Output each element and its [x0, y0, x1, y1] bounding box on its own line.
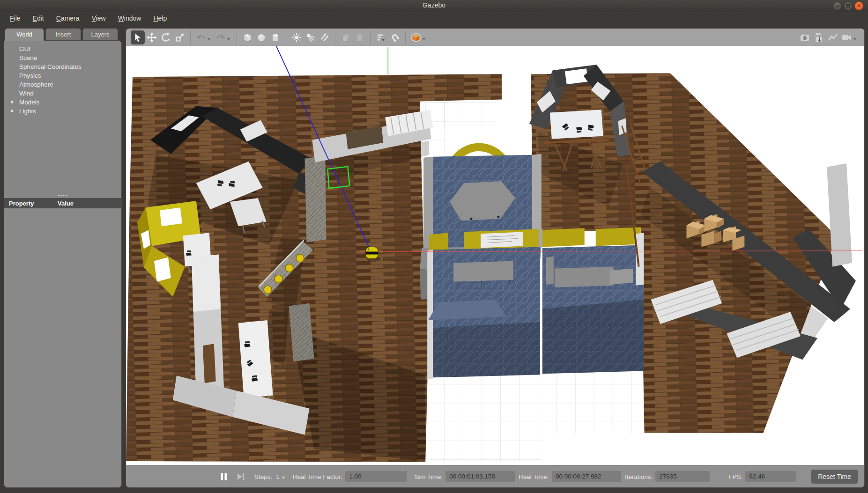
- sim-time-label: Sim Time:: [415, 473, 443, 480]
- copy-icon: [341, 32, 351, 43]
- gazebo-window: { "window": { "title": "Gazebo", "contro…: [0, 0, 868, 493]
- camera-icon: [799, 32, 810, 43]
- minimize-button[interactable]: [833, 1, 842, 10]
- menu-bar: File Edit Camera View Window Help: [0, 12, 868, 24]
- iterations-field[interactable]: 27635: [655, 471, 710, 482]
- steps-label: Steps:: [254, 473, 272, 480]
- svg-text:LOG: LOG: [816, 34, 823, 37]
- side-panel: World Insert Layers GUI Scene Spherical …: [4, 28, 122, 488]
- align-icon: [376, 32, 386, 43]
- screenshot-button[interactable]: [798, 30, 812, 44]
- paste-button[interactable]: [353, 30, 367, 44]
- undo-button[interactable]: [194, 30, 208, 44]
- snap-button[interactable]: [388, 30, 402, 44]
- log-record-button[interactable]: LOG: [812, 30, 826, 44]
- insert-sphere-button[interactable]: [254, 30, 268, 44]
- world-panel: GUI Scene Spherical Coordinates Physics …: [4, 40, 122, 488]
- real-time-field[interactable]: 00 00:00:27.982: [552, 471, 621, 482]
- splitter-handle-icon: [58, 195, 67, 196]
- redo-history-dropdown-icon[interactable]: [227, 38, 230, 40]
- property-table-body[interactable]: [4, 208, 121, 487]
- fps-field[interactable]: 62.46: [745, 471, 796, 482]
- toolbar-separator: [190, 31, 191, 44]
- toolbar-right-group: LOG: [798, 30, 860, 44]
- video-dropdown-icon[interactable]: [853, 38, 857, 40]
- panel-splitter[interactable]: [4, 193, 121, 198]
- title-bar[interactable]: Gazebo ✕: [0, 0, 868, 12]
- toolbar: LOG: [126, 28, 865, 46]
- real-time-factor-label: Real Time Factor:: [293, 473, 343, 480]
- menu-view[interactable]: View: [87, 13, 111, 23]
- select-arrow-icon: [133, 32, 143, 43]
- scene-canvas[interactable]: [126, 46, 864, 465]
- window-controls: ✕: [833, 1, 863, 10]
- view-angle-button[interactable]: [409, 30, 423, 44]
- tab-layers[interactable]: Layers: [82, 28, 118, 41]
- real-time-factor-field[interactable]: 1.00: [345, 471, 407, 482]
- view-angle-cube-icon: [411, 32, 421, 43]
- log-record-icon: LOG: [813, 32, 824, 43]
- lounge-rooms[interactable]: [427, 227, 644, 379]
- point-light-button[interactable]: [289, 30, 304, 44]
- plot-button[interactable]: [826, 30, 840, 44]
- tree-item-gui[interactable]: GUI: [4, 44, 121, 53]
- render-viewport[interactable]: [126, 46, 865, 465]
- maximize-button[interactable]: [844, 1, 853, 10]
- sim-time-field[interactable]: 00 00:01:03.150: [445, 471, 515, 482]
- pause-icon: [220, 472, 228, 481]
- tree-item-physics[interactable]: Physics: [4, 71, 121, 80]
- insert-cylinder-button[interactable]: [268, 30, 282, 44]
- pause-button[interactable]: [218, 471, 230, 483]
- tree-item-atmosphere[interactable]: Atmosphere: [4, 80, 121, 89]
- video-record-button[interactable]: [840, 30, 854, 44]
- steps-dropdown-icon[interactable]: [282, 477, 285, 479]
- world-tree: GUI Scene Spherical Coordinates Physics …: [4, 41, 121, 193]
- redo-icon: [215, 32, 226, 43]
- tree-item-scene[interactable]: Scene: [4, 53, 121, 62]
- menu-help[interactable]: Help: [148, 13, 172, 23]
- select-tool-button[interactable]: [131, 30, 145, 44]
- property-column-header: Property: [4, 200, 56, 207]
- steps-value[interactable]: 1: [276, 473, 280, 480]
- close-button[interactable]: ✕: [854, 1, 863, 10]
- tree-item-models[interactable]: Models: [4, 98, 121, 107]
- table-three-laptops[interactable]: [238, 320, 273, 404]
- expand-arrow-icon[interactable]: [11, 109, 14, 113]
- menu-edit[interactable]: Edit: [28, 13, 49, 23]
- bookshelf[interactable]: [192, 254, 224, 400]
- status-bar: Steps: 1 Real Time Factor: 1.00 Sim Time…: [126, 465, 865, 488]
- translate-tool-button[interactable]: [145, 30, 159, 44]
- redo-button[interactable]: [214, 30, 228, 44]
- tab-world[interactable]: World: [5, 28, 44, 41]
- paste-icon: [355, 32, 365, 43]
- reset-time-button[interactable]: Reset Time: [811, 470, 858, 484]
- maximize-icon: [846, 4, 850, 7]
- scale-tool-button[interactable]: [173, 30, 187, 44]
- undo-icon: [196, 32, 206, 43]
- toolbar-separator: [286, 31, 286, 44]
- insert-box-button[interactable]: [240, 30, 254, 44]
- step-icon: [237, 472, 245, 481]
- expand-arrow-icon[interactable]: [11, 100, 14, 104]
- tree-item-lights[interactable]: Lights: [4, 107, 121, 116]
- tab-insert[interactable]: Insert: [45, 28, 81, 41]
- directional-light-button[interactable]: [318, 30, 332, 44]
- copy-button[interactable]: [339, 30, 353, 44]
- rotate-tool-button[interactable]: [159, 30, 173, 44]
- tree-item-wind[interactable]: Wind: [4, 89, 121, 98]
- stone-pillar-upper[interactable]: [305, 156, 326, 243]
- align-button[interactable]: [374, 30, 388, 44]
- spot-light-button[interactable]: [304, 30, 318, 44]
- close-icon: ✕: [857, 3, 861, 8]
- step-button[interactable]: [235, 471, 247, 483]
- view-angle-dropdown-icon[interactable]: [422, 38, 426, 40]
- menu-file[interactable]: File: [5, 13, 26, 23]
- undo-history-dropdown-icon[interactable]: [207, 38, 211, 40]
- panel-tabs: World Insert Layers: [5, 28, 122, 41]
- tree-item-spherical-coordinates[interactable]: Spherical Coordinates: [4, 62, 121, 71]
- iterations-label: Iterations:: [625, 473, 653, 480]
- real-time-label: Real Time:: [519, 473, 549, 480]
- menu-window[interactable]: Window: [113, 13, 147, 23]
- menu-camera[interactable]: Camera: [51, 13, 85, 23]
- sphere-icon: [256, 32, 267, 43]
